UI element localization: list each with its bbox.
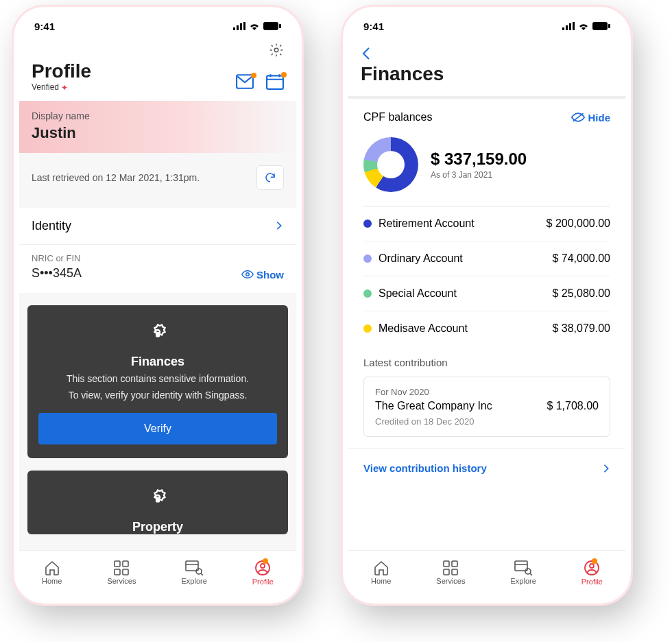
account-color-dot: [363, 219, 372, 228]
identity-heading: Identity: [32, 219, 71, 233]
svg-rect-16: [186, 561, 198, 571]
services-icon: [443, 560, 458, 575]
home-icon: [373, 560, 389, 575]
svg-rect-15: [123, 569, 128, 575]
tab-profile[interactable]: Profile: [252, 560, 274, 586]
svg-rect-3: [243, 22, 245, 30]
contribution-amount: $ 1,708.00: [547, 400, 599, 412]
svg-rect-4: [263, 22, 278, 30]
svg-rect-29: [452, 569, 457, 575]
finances-locked-card: Finances This section contains sensitive…: [27, 305, 288, 459]
chevron-right-icon: [602, 464, 610, 473]
eye-off-icon: [571, 112, 585, 123]
calendar-button[interactable]: [266, 73, 284, 93]
tab-profile[interactable]: Profile: [581, 560, 603, 586]
tab-services[interactable]: Services: [107, 560, 136, 585]
inbox-button[interactable]: [236, 74, 254, 92]
display-name-card: Display name Justin: [19, 101, 296, 153]
identity-row[interactable]: Identity: [19, 208, 296, 245]
cpf-account-row: Medisave Account$ 38,079.00: [363, 311, 610, 346]
notification-dot: [251, 73, 256, 78]
cpf-total-amount: $ 337,159.00: [431, 150, 527, 169]
verified-icon: ✦: [61, 83, 68, 93]
status-time: 9:41: [363, 21, 384, 32]
wifi-icon: [249, 22, 260, 30]
status-bar: 9:41: [19, 12, 296, 40]
tab-explore[interactable]: Explore: [181, 560, 206, 585]
show-button[interactable]: Show: [241, 269, 284, 281]
phone-finances: 9:41 Finances CPF balances Hide $ 337,15…: [343, 7, 631, 604]
status-bar: 9:41: [348, 12, 625, 40]
tab-explore-label: Explore: [510, 577, 536, 585]
back-button[interactable]: [361, 47, 372, 60]
property-title: Property: [38, 520, 277, 534]
cpf-as-of: As of 3 Jan 2021: [431, 170, 527, 180]
property-locked-card: Property: [27, 471, 288, 534]
account-name: Ordinary Account: [379, 252, 463, 265]
svg-rect-23: [573, 22, 575, 30]
notification-dot: [592, 558, 597, 564]
notification-dot: [263, 558, 268, 564]
hide-button[interactable]: Hide: [571, 112, 610, 123]
finances-msg-2: To view, verify your identity with Singp…: [38, 388, 277, 402]
services-icon: [114, 560, 129, 575]
nric-label: NRIC or FIN: [32, 253, 82, 263]
svg-rect-0: [233, 27, 235, 30]
account-color-dot: [363, 324, 372, 333]
svg-rect-1: [237, 25, 239, 30]
eye-icon: [241, 270, 254, 279]
tab-home-label: Home: [371, 577, 391, 585]
verify-button[interactable]: Verify: [38, 413, 277, 444]
tab-profile-label: Profile: [252, 578, 274, 586]
cpf-balances-label: CPF balances: [363, 111, 433, 123]
cpf-total-row: $ 337,159.00 As of 3 Jan 2021: [348, 129, 625, 206]
svg-rect-13: [123, 561, 128, 567]
contribution-card: For Nov 2020 The Great Company Inc $ 1,7…: [363, 377, 610, 437]
tab-services-label: Services: [107, 577, 136, 585]
settings-icon[interactable]: [269, 43, 284, 58]
tab-home-label: Home: [42, 577, 62, 585]
wifi-icon: [578, 22, 589, 30]
account-amount: $ 38,079.00: [552, 322, 610, 335]
svg-rect-20: [562, 27, 564, 30]
contribution-period: For Nov 2020: [375, 387, 599, 397]
tab-services[interactable]: Services: [436, 560, 465, 585]
view-history-label: View contribution history: [363, 462, 487, 474]
account-amount: $ 74,000.00: [552, 252, 610, 265]
svg-rect-27: [452, 561, 457, 567]
finances-header: Finances: [348, 63, 625, 96]
status-time: 9:41: [34, 21, 55, 32]
last-retrieved-row: Last retrieved on 12 Mar 2021, 1:31pm.: [19, 153, 296, 202]
account-color-dot: [363, 289, 372, 298]
home-icon: [44, 560, 60, 575]
signal-icon: [233, 22, 245, 30]
identity-card: Identity NRIC or FIN S•••345A Show: [19, 208, 296, 293]
svg-rect-12: [115, 561, 120, 567]
tab-services-label: Services: [436, 577, 465, 585]
account-amount: $ 200,000.00: [547, 217, 610, 230]
status-icons: [562, 22, 610, 30]
tab-profile-label: Profile: [581, 578, 603, 586]
page-title: Finances: [361, 63, 613, 85]
svg-point-19: [261, 564, 265, 568]
tab-home[interactable]: Home: [42, 560, 62, 585]
nric-value: S•••345A: [32, 266, 82, 281]
battery-icon: [263, 22, 281, 30]
tab-home[interactable]: Home: [371, 560, 391, 585]
svg-point-6: [274, 48, 278, 52]
cpf-donut-chart: [363, 137, 418, 192]
battery-icon: [592, 22, 610, 30]
svg-rect-14: [115, 569, 120, 575]
refresh-button[interactable]: [256, 165, 284, 190]
profile-header: Profile Verified ✦: [19, 60, 296, 101]
verified-label: Verified: [32, 82, 59, 92]
view-history-button[interactable]: View contribution history: [348, 448, 625, 488]
cpf-account-list: Retirement Account$ 200,000.00Ordinary A…: [348, 206, 625, 346]
svg-rect-25: [608, 24, 610, 28]
cpf-account-row: Retirement Account$ 200,000.00: [363, 206, 610, 241]
status-icons: [233, 22, 281, 30]
tab-bar: Home Services Explore Profile: [348, 550, 625, 598]
svg-rect-22: [569, 23, 571, 30]
tab-explore[interactable]: Explore: [510, 560, 536, 585]
svg-rect-30: [515, 561, 527, 571]
